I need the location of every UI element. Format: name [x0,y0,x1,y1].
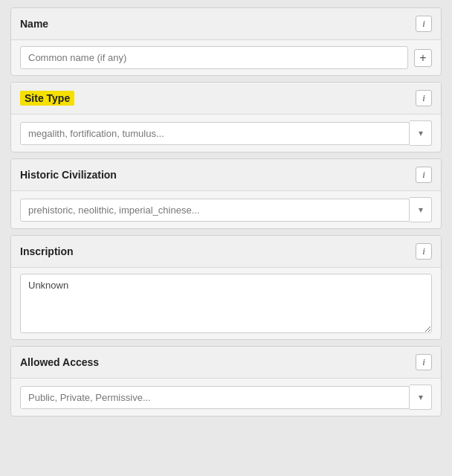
name-info-button[interactable]: i [416,16,432,32]
historic-civilization-field-group: Historic Civilization i ▾ [10,158,442,229]
site-type-label: Site Type [20,91,74,106]
historic-civilization-field-header: Historic Civilization i [11,159,441,191]
inscription-textarea[interactable] [20,274,432,333]
inscription-field-header: Inscription i [11,236,441,268]
site-type-field-header: Site Type i [11,83,441,115]
historic-civilization-chevron-icon[interactable]: ▾ [410,197,432,222]
inscription-info-button[interactable]: i [416,243,432,260]
allowed-access-label: Allowed Access [20,356,99,368]
site-type-info-button[interactable]: i [416,90,432,106]
allowed-access-input[interactable] [20,386,410,409]
historic-civilization-dropdown-row: ▾ [11,191,441,228]
form-container: Name i + Site Type i ▾ Historic Civiliza… [10,7,442,416]
allowed-access-dropdown-row: ▾ [11,379,441,416]
allowed-access-field-group: Allowed Access i ▾ [10,346,442,416]
inscription-textarea-row [11,268,441,339]
name-input-row: + [11,40,441,75]
name-add-button[interactable]: + [414,49,432,67]
allowed-access-info-button[interactable]: i [416,354,432,370]
site-type-dropdown-row: ▾ [11,115,441,152]
name-field-group: Name i + [10,7,442,76]
site-type-chevron-icon[interactable]: ▾ [410,120,432,146]
historic-civilization-info-button[interactable]: i [416,167,432,183]
allowed-access-chevron-icon[interactable]: ▾ [410,385,432,410]
name-input[interactable] [20,46,408,69]
historic-civilization-input[interactable] [20,199,410,222]
historic-civilization-label: Historic Civilization [20,169,117,181]
site-type-input[interactable] [20,122,410,145]
allowed-access-field-header: Allowed Access i [11,347,441,379]
inscription-label: Inscription [20,245,74,257]
name-label: Name [20,18,48,30]
name-field-header: Name i [11,8,441,40]
inscription-field-group: Inscription i [10,235,442,340]
site-type-field-group: Site Type i ▾ [10,82,442,152]
